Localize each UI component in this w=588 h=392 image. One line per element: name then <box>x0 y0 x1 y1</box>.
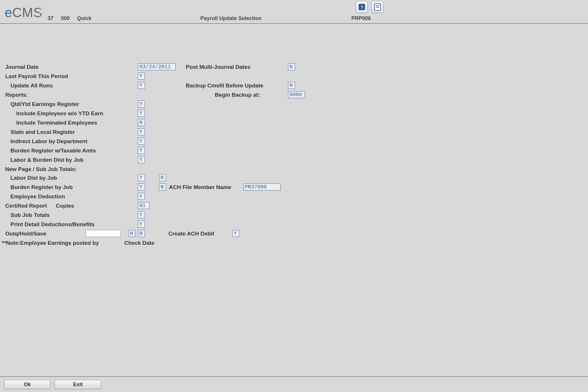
document-icon <box>374 3 381 11</box>
print-detail-input[interactable] <box>138 221 145 228</box>
header-code2: 000 <box>61 15 70 21</box>
labor-burden-job-label: Labor & Burden Dist by Job <box>10 157 83 163</box>
incl-term-label: Include Terminated Employees <box>16 120 97 126</box>
separator-icon <box>40 6 42 17</box>
indirect-labor-label: Indirect Labor by Department <box>10 138 87 145</box>
qtd-ytd-label: Qtd/Ytd Earnings Register <box>10 101 79 107</box>
exit-button[interactable]: Exit <box>55 380 101 389</box>
last-payroll-input[interactable] <box>138 73 145 80</box>
begin-backup-input[interactable] <box>288 91 305 98</box>
create-ach-label: Create ACH Debit <box>168 231 214 237</box>
outq-input[interactable] <box>86 230 121 237</box>
burden-reg-job-label: Burden Register by Job <box>10 184 73 190</box>
note-label: **Note:Employee Earnings posted by <box>2 240 99 246</box>
print-detail-label: Print Detail Deductions/Benefits <box>10 221 94 228</box>
app-logo: eCMS <box>5 5 42 20</box>
outq-label: Outq/Hold/Save <box>5 231 46 237</box>
post-multi-label: Post Multi-Journal Dates <box>186 64 251 70</box>
help-icon: ? <box>359 4 365 10</box>
burden-tax-label: Burden Register w/Taxable Amts <box>10 148 96 154</box>
begin-backup-label: Begin Backup at: <box>215 92 260 98</box>
header-code1: 37 <box>48 15 53 21</box>
cert-report-label: Certified Report <box>5 203 47 209</box>
update-all-runs-label: Update All Runs <box>10 82 53 89</box>
sub-job-totals-input[interactable] <box>138 211 145 218</box>
note-value: Check Date <box>124 240 154 246</box>
burden-reg-job-input-2[interactable] <box>159 184 166 190</box>
post-multi-input[interactable] <box>288 63 295 70</box>
outq-save-input[interactable] <box>138 230 145 237</box>
labor-dist-job-label: Labor Dist by Job <box>10 175 57 181</box>
document-button[interactable] <box>372 1 383 13</box>
logo-prefix: e <box>5 5 12 20</box>
ach-file-input[interactable] <box>243 184 280 190</box>
burden-reg-job-input-1[interactable] <box>138 184 145 190</box>
emp-deduction-label: Employee Deduction <box>10 193 65 200</box>
qtd-ytd-input[interactable] <box>138 100 145 107</box>
state-local-label: State and Local Register <box>10 129 75 135</box>
help-button[interactable]: ? <box>356 1 368 13</box>
labor-burden-job-input[interactable] <box>138 156 145 163</box>
journal-date-input[interactable] <box>138 63 176 70</box>
reports-header: Reports: <box>5 92 28 98</box>
program-id: PRP006 <box>351 15 371 21</box>
sub-job-totals-label: Sub Job Totals <box>10 212 50 218</box>
copies-label: Copies <box>56 203 74 209</box>
form-area: Journal Date Post Multi-Journal Dates La… <box>0 24 588 377</box>
indirect-labor-input[interactable] <box>138 138 145 145</box>
incl-no-ytd-input[interactable] <box>138 110 145 117</box>
incl-term-input[interactable] <box>138 119 145 126</box>
journal-date-label: Journal Date <box>5 64 39 70</box>
logo-suffix: CMS <box>12 5 42 20</box>
ach-file-label: ACH File Member Name <box>169 184 231 190</box>
state-local-input[interactable] <box>138 128 145 135</box>
ok-button[interactable]: Ok <box>4 380 51 389</box>
outq-hold-input[interactable] <box>128 230 135 237</box>
new-page-header: New Page / Sub Job Totals: <box>5 166 77 172</box>
backup-before-label: Backup Cmsfil Before Update <box>186 82 263 89</box>
header: eCMS 37 000 Quick Payroll Update Selecti… <box>0 0 588 24</box>
emp-deduction-input[interactable] <box>138 193 145 200</box>
labor-dist-job-input-1[interactable] <box>138 174 145 181</box>
header-mode: Quick <box>77 15 91 21</box>
create-ach-input[interactable] <box>232 230 239 237</box>
footer: Ok Exit <box>0 376 588 392</box>
last-payroll-label: Last Payroll This Period <box>5 73 68 80</box>
incl-no-ytd-label: Include Employees w/o YTD Earn <box>16 110 103 117</box>
page-title: Payroll Update Selection <box>200 15 262 21</box>
update-all-runs-input[interactable] <box>138 82 145 89</box>
burden-tax-input[interactable] <box>138 147 145 154</box>
backup-before-input[interactable] <box>288 82 295 89</box>
copies-input[interactable] <box>138 202 150 209</box>
labor-dist-job-input-2[interactable] <box>159 174 166 181</box>
